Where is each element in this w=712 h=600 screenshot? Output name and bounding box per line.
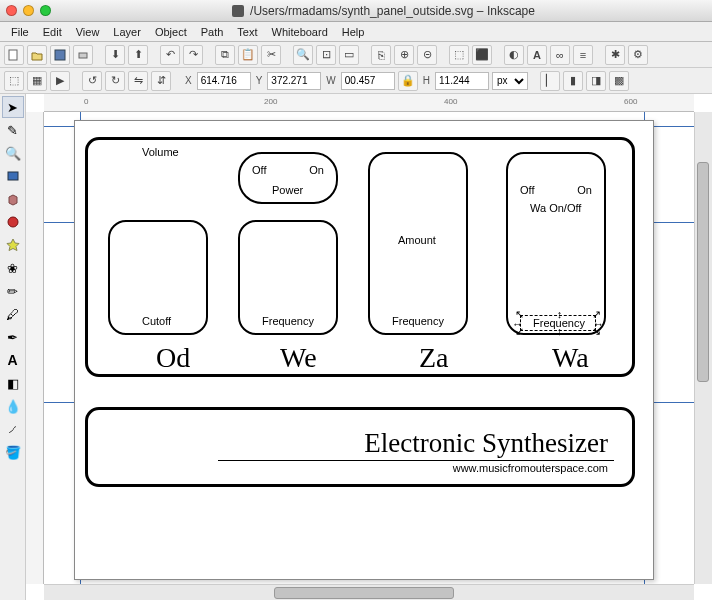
copy-button[interactable]: ⧉ xyxy=(215,45,235,65)
new-doc-button[interactable] xyxy=(4,45,24,65)
paste-button[interactable]: 📋 xyxy=(238,45,258,65)
spiral-tool[interactable]: ❀ xyxy=(2,257,24,279)
text-props-button[interactable]: A xyxy=(527,45,547,65)
duplicate-button[interactable]: ⎘ xyxy=(371,45,391,65)
deselect-button[interactable]: ▶ xyxy=(50,71,70,91)
we-module[interactable]: Frequency xyxy=(238,220,338,335)
synth-panel-upper[interactable]: Volume Off On Power Cutoff Od Frequency xyxy=(85,137,635,377)
prefs-button[interactable]: ✱ xyxy=(605,45,625,65)
toolbar-commands: ⬇ ⬆ ↶ ↷ ⧉ 📋 ✂ 🔍 ⊡ ▭ ⎘ ⊕ ⊝ ⬚ ⬛ ◐ A ∞ ≡ ✱ … xyxy=(0,42,712,68)
y-label: Y xyxy=(254,75,265,86)
3dbox-tool[interactable] xyxy=(2,188,24,210)
x-label: X xyxy=(183,75,194,86)
redo-button[interactable]: ↷ xyxy=(183,45,203,65)
menu-path[interactable]: Path xyxy=(196,26,229,38)
menu-edit[interactable]: Edit xyxy=(38,26,67,38)
za-freq-label: Frequency xyxy=(392,315,444,327)
rotate-cw-button[interactable]: ↻ xyxy=(105,71,125,91)
scrollbar-horizontal[interactable] xyxy=(44,584,694,600)
canvas-area: 0 200 400 600 Volume xyxy=(26,94,712,600)
zoom-fit-button[interactable]: 🔍 xyxy=(293,45,313,65)
gradient-tool[interactable]: ◧ xyxy=(2,372,24,394)
svg-rect-2 xyxy=(79,53,87,58)
save-button[interactable] xyxy=(50,45,70,65)
menu-help[interactable]: Help xyxy=(337,26,370,38)
zoom-page-button[interactable]: ▭ xyxy=(339,45,359,65)
affect-corners-button[interactable]: ▮ xyxy=(563,71,583,91)
title-underline xyxy=(218,460,614,461)
canvas[interactable]: Volume Off On Power Cutoff Od Frequency xyxy=(44,112,694,584)
clone-button[interactable]: ⊕ xyxy=(394,45,414,65)
print-button[interactable] xyxy=(73,45,93,65)
x-input[interactable] xyxy=(197,72,251,90)
rotate-ccw-button[interactable]: ↺ xyxy=(82,71,102,91)
selector-tool[interactable]: ➤ xyxy=(2,96,24,118)
toolbox: ➤ ✎ 🔍 ❀ ✏ 🖊 ✒ A ◧ 💧 ⟋ 🪣 xyxy=(0,94,26,600)
xml-editor-button[interactable]: ∞ xyxy=(550,45,570,65)
ungroup-button[interactable]: ⬛ xyxy=(472,45,492,65)
od-module[interactable]: Cutoff xyxy=(108,220,208,335)
menu-file[interactable]: File xyxy=(6,26,34,38)
wa-module[interactable]: Off On Wa On/Off Frequency ↖ ↗ ↙ ↘ ↕ ↕ xyxy=(506,152,606,335)
selected-text-object[interactable]: Frequency ↖ ↗ ↙ ↘ ↕ ↕ ↔ ↔ xyxy=(520,315,596,331)
ruler-vertical[interactable] xyxy=(26,112,44,584)
zoom-window-button[interactable] xyxy=(40,5,51,16)
power-module[interactable]: Off On Power xyxy=(238,152,338,204)
scale-handle-e[interactable]: ↔ xyxy=(593,319,604,330)
calligraphy-tool[interactable]: ✒ xyxy=(2,326,24,348)
lock-aspect-button[interactable]: 🔒 xyxy=(398,71,418,91)
w-input[interactable] xyxy=(341,72,395,90)
dropper-tool[interactable]: 💧 xyxy=(2,395,24,417)
power-off-label: Off xyxy=(252,164,266,176)
import-button[interactable]: ⬇ xyxy=(105,45,125,65)
zoom-tool[interactable]: 🔍 xyxy=(2,142,24,164)
select-layer-button[interactable]: ▦ xyxy=(27,71,47,91)
align-button[interactable]: ≡ xyxy=(573,45,593,65)
scale-handle-s[interactable]: ↕ xyxy=(554,326,565,337)
h-input[interactable] xyxy=(435,72,489,90)
menu-object[interactable]: Object xyxy=(150,26,192,38)
group-button[interactable]: ⬚ xyxy=(449,45,469,65)
y-input[interactable] xyxy=(267,72,321,90)
menu-layer[interactable]: Layer xyxy=(108,26,146,38)
scale-handle-n[interactable]: ↕ xyxy=(554,309,565,320)
export-button[interactable]: ⬆ xyxy=(128,45,148,65)
doc-props-button[interactable]: ⚙ xyxy=(628,45,648,65)
text-tool[interactable]: A xyxy=(2,349,24,371)
unit-select[interactable]: px xyxy=(492,72,528,90)
connector-tool[interactable]: ⟋ xyxy=(2,418,24,440)
affect-gradient-button[interactable]: ◨ xyxy=(586,71,606,91)
star-tool[interactable] xyxy=(2,234,24,256)
fill-stroke-button[interactable]: ◐ xyxy=(504,45,524,65)
bezier-tool[interactable]: 🖊 xyxy=(2,303,24,325)
ruler-horizontal[interactable]: 0 200 400 600 xyxy=(44,94,694,112)
affect-stroke-button[interactable]: ▏ xyxy=(540,71,560,91)
menu-whiteboard[interactable]: Whiteboard xyxy=(267,26,333,38)
flip-v-button[interactable]: ⇵ xyxy=(151,71,171,91)
minimize-window-button[interactable] xyxy=(23,5,34,16)
svg-rect-1 xyxy=(55,50,65,60)
menubar: File Edit View Layer Object Path Text Wh… xyxy=(0,22,712,42)
affect-pattern-button[interactable]: ▩ xyxy=(609,71,629,91)
za-module[interactable]: Amount Frequency xyxy=(368,152,468,335)
flip-h-button[interactable]: ⇋ xyxy=(128,71,148,91)
close-window-button[interactable] xyxy=(6,5,17,16)
unlink-button[interactable]: ⊝ xyxy=(417,45,437,65)
cut-button[interactable]: ✂ xyxy=(261,45,281,65)
pencil-tool[interactable]: ✏ xyxy=(2,280,24,302)
toolbar-controls: ⬚ ▦ ▶ ↺ ↻ ⇋ ⇵ X Y W 🔒 H px ▏ ▮ ◨ ▩ xyxy=(0,68,712,94)
paint-bucket-tool[interactable]: 🪣 xyxy=(2,441,24,463)
node-tool[interactable]: ✎ xyxy=(2,119,24,141)
scale-handle-w[interactable]: ↔ xyxy=(512,319,523,330)
open-button[interactable] xyxy=(27,45,47,65)
ellipse-tool[interactable] xyxy=(2,211,24,233)
menu-view[interactable]: View xyxy=(71,26,105,38)
synth-panel-lower[interactable]: Electronic Synthesizer www.musicfromoute… xyxy=(85,407,635,487)
menu-text[interactable]: Text xyxy=(232,26,262,38)
select-all-button[interactable]: ⬚ xyxy=(4,71,24,91)
zoom-drawing-button[interactable]: ⊡ xyxy=(316,45,336,65)
rect-tool[interactable] xyxy=(2,165,24,187)
undo-button[interactable]: ↶ xyxy=(160,45,180,65)
od-cutoff-label: Cutoff xyxy=(142,315,171,327)
scrollbar-vertical[interactable] xyxy=(694,112,712,584)
